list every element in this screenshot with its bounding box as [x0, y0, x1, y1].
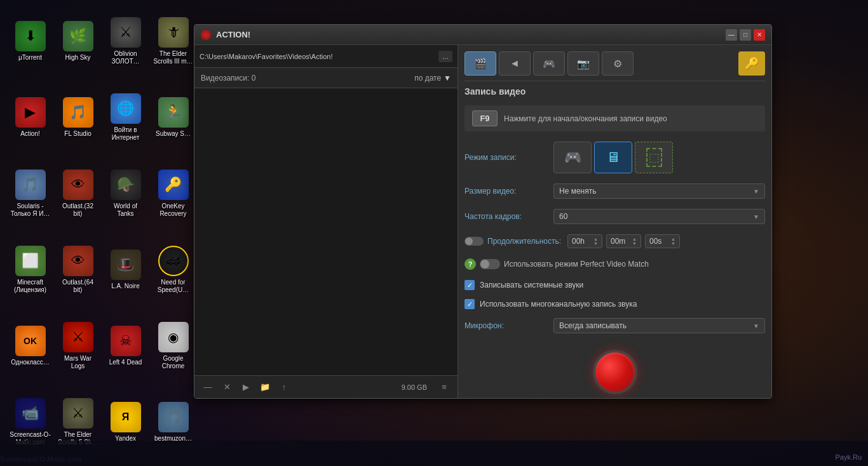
hours-up[interactable]: ▲ [593, 237, 598, 241]
desktop-icon-inet[interactable]: 🌐 Войти в Интернет [102, 83, 149, 152]
mode-row: Режим записи: 🎮 🖥 ⬚ [465, 142, 765, 173]
desktop-icon-worldtanks[interactable]: 🪖 World of Tanks [102, 159, 149, 229]
outlast32-label: Outlast.(32 bit) [57, 203, 98, 218]
left4dead-icon: ☠ [111, 326, 141, 356]
duration-label: Продолжительность: [487, 237, 564, 246]
hotkey-f9: F9 [472, 110, 498, 126]
desktop-icon-subway[interactable]: 🏃 Subway S… [149, 83, 197, 152]
duration-toggle[interactable] [465, 237, 484, 246]
desktop-icon-minecraft[interactable]: ⬜ Minecraft (Лицензия) [6, 235, 54, 305]
close-button[interactable]: ✕ [754, 29, 765, 41]
desktop-icon-fl[interactable]: 🎵 FL Studio [54, 83, 102, 152]
minutes-up[interactable]: ▲ [632, 237, 637, 241]
desktop-icon-highsky[interactable]: 🌿 High Sky [54, 6, 102, 76]
mic-label: Микрофон: [465, 321, 547, 330]
mode-screen-button[interactable]: 🖥 [594, 142, 632, 173]
nfs-label: Need for Speed(U… [153, 279, 194, 294]
desktop-icon-odnoklassniki[interactable]: OK Однокласс… [6, 311, 54, 381]
left-panel: C:\Users\Makarov\Favorites\Videos\Action… [194, 45, 458, 398]
footer-remove-button[interactable]: — [201, 380, 215, 394]
section-title: Запись видео [465, 86, 765, 97]
subway-icon: 🏃 [158, 97, 189, 128]
minimize-button[interactable]: — [726, 29, 737, 41]
path-browse-button[interactable]: ... [438, 51, 452, 62]
seconds-down[interactable]: ▼ [671, 241, 675, 246]
marswar-icon: ⚔ [63, 322, 93, 352]
highsky-icon: 🌿 [63, 21, 93, 51]
tab-screenshot[interactable]: 📷 [567, 51, 599, 76]
desktop-icon-utorrent[interactable]: ⬇ µTorrent [6, 6, 54, 76]
minutes-down[interactable]: ▼ [632, 241, 637, 246]
perfect-toggle[interactable] [480, 259, 500, 269]
system-sound-row: ✓ Записывать системные звуки [465, 280, 765, 290]
window-titlebar: ACTION! — □ ✕ [194, 25, 771, 45]
nfs-icon: 🏎 [158, 246, 189, 276]
tab-games[interactable]: 🎮 [533, 51, 565, 76]
mic-dropdown-arrow: ▼ [753, 323, 759, 330]
desktop-icon-chrome[interactable]: ◉ Google Chrome [149, 311, 197, 381]
hotkey-row: F9 Нажмите для начала/окончания записи в… [465, 105, 765, 131]
worldtanks-label: World of Tanks [105, 203, 146, 218]
payk-watermark: Payk.Ru [835, 453, 862, 461]
maximize-button[interactable]: □ [740, 29, 751, 41]
mic-dropdown[interactable]: Всегда записывать ▼ [553, 318, 765, 333]
duration-hours[interactable]: 00h ▲ ▼ [567, 234, 602, 248]
footer-folder-button[interactable]: 📁 [258, 380, 272, 394]
duration-seconds[interactable]: 00s ▲ ▼ [645, 234, 680, 248]
chrome-icon: ◉ [158, 322, 189, 352]
record-button[interactable] [593, 350, 637, 394]
tab-back[interactable]: ◄ [499, 51, 531, 76]
desktop-icon-outlast64[interactable]: 👁 Outlast.(64 bit) [54, 235, 102, 305]
perfect-row: ? Использовать режим Perfect Video Match [465, 258, 765, 270]
mode-region-button[interactable]: ⬚ [635, 142, 673, 173]
inet-label: Войти в Интернет [105, 126, 146, 142]
perfect-label: Использовать режим Perfect Video Match [504, 260, 649, 269]
size-value: Не менять [559, 187, 596, 196]
marswar-label: Mars War Logs [57, 355, 98, 370]
elder3-label: The Elder Scrolls III m… [153, 50, 194, 65]
tab-video[interactable]: 🎬 [465, 51, 496, 76]
window-title-text: ACTION! [216, 30, 726, 39]
multichannel-checkbox[interactable]: ✓ [465, 299, 475, 309]
footer-upload-button[interactable]: ↑ [277, 380, 291, 394]
desktop-icon-elder3[interactable]: 🗡 The Elder Scrolls III m… [149, 6, 197, 76]
footer-play-button[interactable]: ▶ [239, 380, 253, 394]
size-dropdown[interactable]: Не менять ▼ [553, 183, 765, 199]
desktop-icon-nfs[interactable]: 🏎 Need for Speed(U… [149, 235, 197, 305]
mic-value: Всегда записывать [559, 321, 627, 330]
desktop-icon-oblivion[interactable]: ⚔ Oblivion ЗОЛОТ… [102, 6, 149, 76]
desktop-icon-action[interactable]: ▶ Action! [6, 83, 54, 152]
seconds-up[interactable]: ▲ [671, 237, 675, 241]
fps-label: Частота кадров: [465, 212, 547, 221]
minecraft-label: Minecraft (Лицензия) [10, 279, 51, 294]
left4dead-label: Left 4 Dead [109, 359, 142, 366]
perfect-help-button[interactable]: ? [465, 258, 476, 270]
odnoklassniki-label: Однокласс… [11, 359, 49, 366]
subway-label: Subway S… [156, 130, 191, 138]
recordings-header: Видеозаписи: 0 по дате ▼ [194, 68, 458, 88]
fps-dropdown[interactable]: 60 ▼ [553, 209, 765, 224]
desktop-icon-left4dead[interactable]: ☠ Left 4 Dead [102, 311, 149, 381]
desktop-icon-outlast32[interactable]: 👁 Outlast.(32 bit) [54, 159, 102, 229]
desktop-icon-soularis[interactable]: 🎵 Soularis - Только Я И… [6, 159, 54, 229]
system-sound-checkbox[interactable]: ✓ [465, 280, 475, 290]
duration-minutes[interactable]: 00m ▲ ▼ [606, 234, 641, 248]
desktop-icon-marswar[interactable]: ⚔ Mars War Logs [54, 311, 102, 381]
desktop-icon-lanoire[interactable]: 🎩 L.A. Noire [102, 235, 149, 305]
footer-delete-button[interactable]: ✕ [220, 380, 234, 394]
desktop-icon-onekey[interactable]: 🔑 OneKey Recovery [149, 159, 197, 229]
fl-label: FL Studio [64, 130, 91, 138]
multichannel-row: ✓ Использовать многоканальную запись зву… [465, 299, 765, 309]
soularis-icon: 🎵 [15, 170, 46, 200]
mode-label: Режим записи: [465, 153, 547, 162]
hours-down[interactable]: ▼ [593, 241, 598, 246]
odnoklassniki-icon: OK [15, 326, 46, 356]
mode-gamepad-button[interactable]: 🎮 [553, 142, 592, 173]
sort-dropdown[interactable]: ▼ [444, 74, 451, 83]
minecraft-icon: ⬜ [15, 246, 46, 276]
tab-settings[interactable]: ⚙ [602, 51, 634, 76]
fl-icon: 🎵 [63, 97, 93, 128]
mode-buttons: 🎮 🖥 ⬚ [553, 142, 673, 173]
license-key-button[interactable]: 🔑 [738, 51, 765, 76]
outlast64-icon: 👁 [63, 246, 93, 276]
